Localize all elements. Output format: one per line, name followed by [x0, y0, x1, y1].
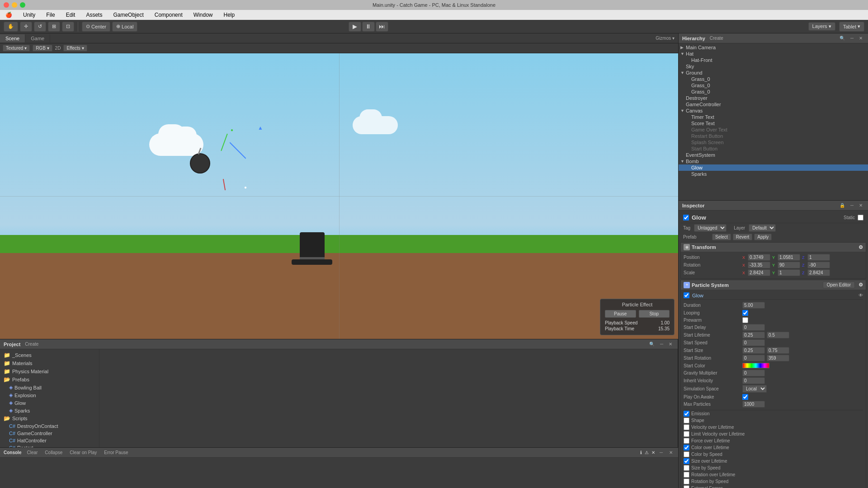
- transform-local-button[interactable]: ⊕ Local: [112, 22, 137, 32]
- prefab-bowling-ball[interactable]: ◈ Bowling Ball: [0, 384, 99, 391]
- tablet-button[interactable]: Tablet ▾: [839, 22, 864, 32]
- inspector-lock-btn[interactable]: 🔒: [838, 202, 847, 208]
- script-game-controller[interactable]: C# GameController: [0, 430, 99, 437]
- emission-checkbox[interactable]: [684, 411, 689, 417]
- project-search-btn[interactable]: 🔍: [647, 341, 656, 347]
- start-rotation-min-input[interactable]: [742, 355, 765, 361]
- layer-dropdown[interactable]: Default: [749, 224, 776, 232]
- object-active-checkbox[interactable]: [683, 215, 689, 221]
- script-hat-controller[interactable]: C# HatController: [0, 437, 99, 444]
- move-tool[interactable]: ✛: [20, 22, 32, 32]
- start-size-min-input[interactable]: [742, 347, 765, 354]
- hier-sparks[interactable]: Sparks: [679, 171, 868, 177]
- hier-event-system[interactable]: EventSystem: [679, 152, 868, 158]
- color-over-lifetime-checkbox[interactable]: [684, 445, 689, 450]
- prefab-sparks[interactable]: ◈ Sparks: [0, 407, 99, 414]
- script-restart[interactable]: C# Restart: [0, 444, 99, 447]
- hier-ground[interactable]: ▼Ground: [679, 70, 868, 76]
- stop-button-particle[interactable]: Stop: [639, 310, 670, 318]
- menu-window[interactable]: Window: [192, 11, 215, 19]
- rot-y-input[interactable]: [778, 262, 800, 268]
- hierarchy-search-btn[interactable]: 🔍: [838, 35, 847, 41]
- simulation-space-dropdown[interactable]: Local World: [742, 385, 767, 393]
- pause-button[interactable]: ⏸: [362, 22, 375, 32]
- console-close-btn[interactable]: ✕: [667, 450, 675, 455]
- gizmos-btn[interactable]: Gizmos ▾: [656, 36, 675, 41]
- rotation-by-speed-checkbox[interactable]: [684, 479, 689, 484]
- prefab-glow[interactable]: ◈ Glow: [0, 399, 99, 407]
- step-button[interactable]: ⏭: [376, 22, 388, 32]
- pos-z-input[interactable]: [807, 254, 830, 261]
- hier-hat-front[interactable]: Hat-Front: [679, 57, 868, 63]
- prefab-apply-btn[interactable]: Apply: [754, 234, 772, 240]
- pos-y-input[interactable]: [778, 254, 800, 261]
- rotation-over-lifetime-checkbox[interactable]: [684, 472, 689, 478]
- pause-button-particle[interactable]: Pause: [605, 310, 636, 318]
- ps-settings-icon[interactable]: ⚙: [859, 282, 863, 288]
- effects-dropdown[interactable]: Effects ▾: [63, 45, 87, 52]
- prewarm-checkbox[interactable]: [742, 317, 748, 323]
- size-by-speed-checkbox[interactable]: [684, 465, 689, 471]
- console-collapse-btn[interactable]: Collapse: [43, 450, 64, 455]
- particle-system-header[interactable]: ✦ Particle System Open Editor ⚙: [681, 280, 866, 290]
- prefab-explosion[interactable]: ◈ Explosion: [0, 391, 99, 399]
- project-minimize-btn[interactable]: ─: [658, 341, 665, 347]
- scale-tool[interactable]: ⊞: [48, 22, 60, 32]
- hier-start-button[interactable]: Start Button: [679, 145, 868, 152]
- hierarchy-minimize-btn[interactable]: ─: [849, 35, 855, 41]
- project-create-btn[interactable]: Create: [23, 341, 40, 347]
- scale-z-input[interactable]: [807, 269, 830, 276]
- start-color-swatch[interactable]: [742, 363, 769, 368]
- layers-dropdown[interactable]: Layers ▾: [808, 22, 835, 31]
- color-by-speed-checkbox[interactable]: [684, 451, 689, 457]
- hier-timer-text[interactable]: Timer Text: [679, 114, 868, 120]
- glow-active-checkbox[interactable]: [684, 292, 689, 298]
- hier-splash-screen[interactable]: Splash Screen: [679, 139, 868, 145]
- start-lifetime-min-input[interactable]: [742, 332, 765, 338]
- folder-scenes[interactable]: 📁 _Scenes: [0, 351, 99, 359]
- hierarchy-create-btn[interactable]: Create: [708, 35, 725, 41]
- maximize-button[interactable]: [20, 2, 25, 8]
- minimize-button[interactable]: [12, 2, 17, 8]
- limit-velocity-checkbox[interactable]: [684, 431, 689, 437]
- inspector-close-btn[interactable]: ✕: [857, 202, 864, 208]
- scale-x-input[interactable]: [748, 269, 770, 276]
- menu-edit[interactable]: Edit: [64, 11, 77, 19]
- hier-grass-0-3[interactable]: Grass_0: [679, 89, 868, 95]
- tab-game[interactable]: Game: [25, 34, 50, 42]
- play-on-awake-checkbox[interactable]: [742, 394, 748, 400]
- hier-grass-0-2[interactable]: Grass_0: [679, 82, 868, 89]
- play-button[interactable]: ▶: [349, 22, 361, 32]
- menu-unity[interactable]: Unity: [21, 11, 37, 19]
- ps-eye-icon[interactable]: 👁: [859, 293, 863, 298]
- console-error-pause-btn[interactable]: Error Pause: [102, 450, 130, 455]
- static-checkbox[interactable]: [858, 215, 863, 221]
- velocity-over-lifetime-checkbox[interactable]: [684, 424, 689, 430]
- console-minimize-btn[interactable]: ─: [658, 450, 665, 455]
- menu-assets[interactable]: Assets: [84, 11, 104, 19]
- folder-prefabs[interactable]: 📂 Prefabs: [0, 375, 99, 384]
- start-size-max-input[interactable]: [767, 347, 789, 354]
- hier-sky[interactable]: Sky: [679, 63, 868, 70]
- hier-canvas[interactable]: ▼Canvas: [679, 108, 868, 114]
- hier-game-controller[interactable]: GameController: [679, 101, 868, 108]
- inherit-velocity-input[interactable]: [742, 377, 765, 384]
- inspector-minimize-btn[interactable]: ─: [849, 202, 855, 208]
- pos-x-input[interactable]: [748, 254, 770, 261]
- gravity-mult-input[interactable]: [742, 370, 765, 376]
- transform-center-button[interactable]: ⊙ Center: [82, 22, 110, 32]
- scene-view[interactable]: ▲ ● ● Particle Effect Pau: [0, 53, 678, 339]
- tag-dropdown[interactable]: Untagged: [694, 224, 726, 232]
- console-clear-btn[interactable]: Clear: [25, 450, 39, 455]
- hier-score-text[interactable]: Score Text: [679, 120, 868, 127]
- scale-y-input[interactable]: [778, 269, 800, 276]
- menu-gameobject[interactable]: GameObject: [111, 11, 145, 19]
- project-close-btn[interactable]: ✕: [667, 341, 674, 347]
- script-destroy-on-contact[interactable]: C# DestroyOnContact: [0, 422, 99, 430]
- shape-checkbox[interactable]: [684, 418, 689, 423]
- rect-tool[interactable]: ⊡: [62, 22, 74, 32]
- close-button[interactable]: [4, 2, 9, 8]
- hier-bomb[interactable]: ▼Bomb: [679, 158, 868, 164]
- transform-header[interactable]: ⊕ Transform ⚙: [681, 243, 866, 252]
- hierarchy-close-btn[interactable]: ✕: [857, 35, 864, 41]
